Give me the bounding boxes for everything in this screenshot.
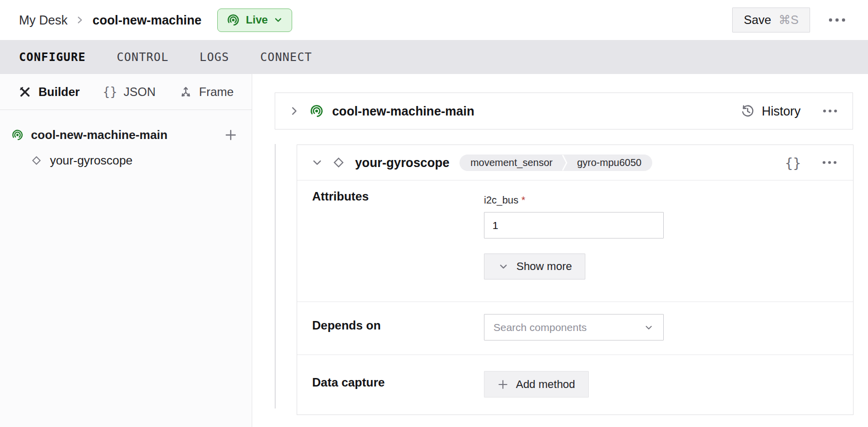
content-area: Builder {} JSON Frame (0, 74, 868, 427)
top-bar: My Desk cool-new-machine Live Save (0, 0, 868, 40)
ellipsis-icon (823, 109, 838, 113)
data-capture-section-label: Data capture (312, 371, 484, 398)
attributes-section: Attributes i2c_bus* Show more (297, 180, 853, 302)
depends-on-fields: Search components (484, 314, 664, 340)
config-main-panel: cool-new-machine-main History (252, 74, 868, 427)
broadcast-icon (226, 13, 240, 27)
ellipsis-icon (822, 160, 837, 164)
tab-control[interactable]: CONTROL (117, 50, 169, 64)
history-icon (740, 104, 755, 118)
mode-tab-frame[interactable]: Frame (179, 85, 234, 99)
depends-on-select[interactable]: Search components (484, 314, 664, 340)
part-card-title: cool-new-machine-main (332, 104, 474, 118)
overflow-menu-button[interactable] (825, 15, 849, 25)
show-more-button[interactable]: Show more (484, 254, 585, 280)
i2c-bus-input[interactable] (484, 212, 664, 238)
tree-item-label: your-gyroscope (50, 154, 132, 168)
plus-icon (497, 379, 508, 390)
chevron-right-icon (287, 104, 301, 118)
component-type-badges: movement_sensor gyro-mpu6050 (459, 154, 653, 171)
depends-on-section: Depends on Search components (297, 302, 853, 355)
mode-tab-builder-label: Builder (38, 85, 80, 99)
required-marker: * (521, 194, 525, 206)
collapse-component-button[interactable] (310, 156, 324, 170)
add-method-label: Add method (516, 378, 575, 391)
depends-on-section-label: Depends on (312, 314, 484, 340)
save-button[interactable]: Save ⌘S (732, 8, 810, 32)
i2c-bus-field-label: i2c_bus* (484, 194, 664, 206)
component-diamond-icon (331, 155, 346, 170)
tree-item-component[interactable]: your-gyroscope (0, 148, 252, 173)
plus-icon (225, 129, 237, 141)
component-diamond-icon (30, 154, 43, 167)
component-type-badge: movement_sensor (459, 154, 562, 171)
status-badge-label: Live (246, 14, 268, 26)
save-button-label: Save (744, 13, 771, 27)
data-capture-fields: Add method (484, 371, 589, 398)
axes-icon (179, 85, 193, 99)
attributes-fields: i2c_bus* Show more (484, 188, 664, 280)
data-capture-section: Data capture Add method (297, 355, 853, 414)
expand-part-button[interactable] (287, 104, 301, 118)
tree-connector-line (275, 144, 276, 408)
mode-tab-json-label: JSON (124, 85, 156, 99)
chevron-down-icon (497, 260, 509, 272)
tree-item-label: cool-new-machine-main (31, 128, 167, 142)
component-card: your-gyroscope movement_sensor gyro-mpu6… (297, 144, 854, 415)
mode-tab-builder[interactable]: Builder (18, 85, 80, 99)
chevron-down-icon (310, 156, 324, 170)
attributes-section-label: Attributes (312, 188, 484, 280)
breadcrumb-parent-link[interactable]: My Desk (19, 13, 67, 28)
breadcrumb-current: cool-new-machine (92, 13, 201, 28)
component-model-badge: gyro-mpu6050 (568, 154, 652, 171)
component-card-title: your-gyroscope (355, 156, 449, 170)
config-sidebar: Builder {} JSON Frame (0, 74, 252, 427)
topbar-actions: Save ⌘S (732, 8, 849, 32)
breadcrumb-chevron-icon (75, 16, 84, 24)
broadcast-icon (11, 128, 24, 142)
machine-status-badge[interactable]: Live (217, 8, 292, 32)
resource-tree: cool-new-machine-main your-gyroscope (0, 110, 252, 173)
breadcrumb: My Desk cool-new-machine (19, 13, 201, 28)
depends-on-placeholder: Search components (493, 322, 587, 334)
add-component-button[interactable] (225, 129, 237, 141)
save-shortcut: ⌘S (779, 13, 799, 27)
app-root: My Desk cool-new-machine Live Save (0, 0, 868, 427)
component-card-actions: {} (785, 155, 840, 170)
braces-icon: {} (103, 85, 117, 99)
history-button[interactable]: History (740, 104, 801, 118)
tree-item-machine-part[interactable]: cool-new-machine-main (0, 122, 252, 148)
add-method-button[interactable]: Add method (484, 371, 589, 398)
ellipsis-icon (828, 18, 846, 22)
part-menu-button[interactable] (820, 106, 841, 116)
part-card-actions: History (740, 104, 841, 118)
sidebar-mode-tabs: Builder {} JSON Frame (0, 74, 252, 110)
machine-tab-bar: CONFIGURE CONTROL LOGS CONNECT (0, 40, 868, 74)
tab-configure[interactable]: CONFIGURE (19, 50, 86, 64)
tools-icon (18, 85, 32, 99)
broadcast-icon (309, 104, 324, 118)
chevron-down-icon (273, 15, 283, 25)
braces-icon[interactable]: {} (785, 155, 801, 170)
chevron-down-icon (643, 322, 654, 333)
mode-tab-json[interactable]: {} JSON (103, 85, 156, 99)
component-card-header: your-gyroscope movement_sensor gyro-mpu6… (297, 145, 853, 180)
mode-tab-frame-label: Frame (199, 85, 234, 99)
show-more-label: Show more (516, 260, 572, 273)
tab-connect[interactable]: CONNECT (260, 50, 312, 64)
history-label: History (762, 104, 801, 118)
machine-part-card: cool-new-machine-main History (275, 92, 853, 130)
tab-logs[interactable]: LOGS (200, 50, 229, 64)
component-menu-button[interactable] (819, 158, 840, 168)
badge-separator (561, 154, 568, 171)
